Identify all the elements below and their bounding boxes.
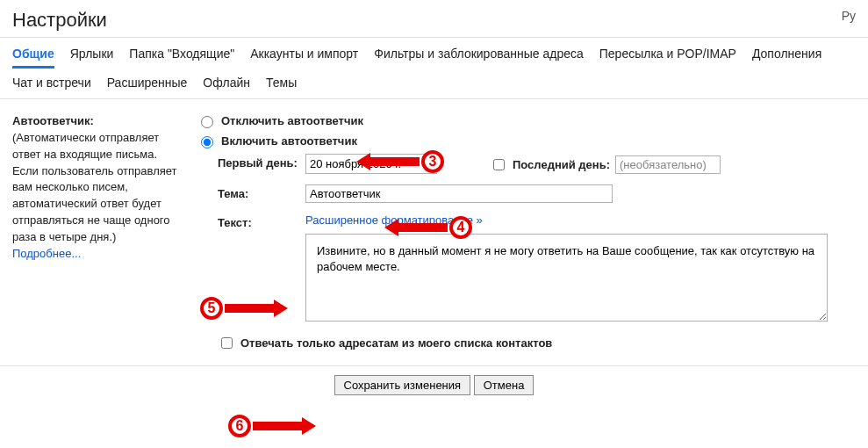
first-day-input[interactable] bbox=[305, 154, 437, 174]
contacts-only-label: Отвечать только адресатам из моего списк… bbox=[240, 336, 552, 350]
tabs-primary: Общие Ярлыки Папка "Входящие" Аккаунты и… bbox=[0, 37, 868, 69]
tab-labels[interactable]: Ярлыки bbox=[70, 47, 114, 69]
subject-label: Тема: bbox=[218, 184, 305, 200]
tab-filters[interactable]: Фильтры и заблокированные адреса bbox=[374, 47, 584, 69]
radio-vacation-on[interactable] bbox=[201, 136, 213, 148]
last-day-input bbox=[615, 155, 721, 174]
button-row: Сохранить изменения Отмена bbox=[0, 366, 868, 411]
section-form: Отключить автоответчик Включить автоотве… bbox=[197, 113, 856, 365]
tab-forwarding[interactable]: Пересылка и POP/IMAP bbox=[599, 47, 736, 69]
last-day-checkbox[interactable] bbox=[493, 159, 505, 170]
last-day-label: Последний день: bbox=[513, 158, 610, 171]
tab-chat[interactable]: Чат и встречи bbox=[12, 76, 91, 90]
header: Настройки Ру bbox=[0, 0, 868, 37]
tab-addons[interactable]: Дополнения bbox=[752, 47, 821, 69]
body-label: Текст: bbox=[218, 213, 305, 229]
first-day-label: Первый день: bbox=[218, 154, 305, 170]
sidebar-description: (Автоматически отправляет ответ на входя… bbox=[12, 131, 177, 243]
tab-inbox[interactable]: Папка "Входящие" bbox=[129, 47, 234, 69]
body-textarea[interactable] bbox=[305, 234, 828, 322]
radio-vacation-off-label: Отключить автоответчик bbox=[221, 114, 363, 127]
annotation-6: 6 bbox=[228, 415, 251, 437]
radio-vacation-on-label: Включить автоответчик bbox=[221, 134, 357, 148]
tab-themes[interactable]: Темы bbox=[266, 76, 297, 90]
section-sidebar: Автоответчик: (Автоматически отправляет … bbox=[12, 113, 179, 365]
contacts-only-checkbox[interactable] bbox=[221, 337, 233, 349]
sidebar-title: Автоответчик: bbox=[12, 114, 94, 127]
tab-general[interactable]: Общие bbox=[12, 47, 54, 69]
sidebar-more-link[interactable]: Подробнее... bbox=[12, 247, 81, 260]
rich-formatting-link[interactable]: Расширенное форматирование » bbox=[305, 213, 483, 227]
tab-offline[interactable]: Офлайн bbox=[203, 76, 250, 90]
page-title: Настройки bbox=[12, 9, 107, 32]
radio-vacation-off[interactable] bbox=[201, 116, 213, 128]
save-button[interactable]: Сохранить изменения bbox=[334, 375, 471, 395]
language-indicator[interactable]: Ру bbox=[842, 9, 856, 32]
cancel-button[interactable]: Отмена bbox=[474, 375, 534, 395]
tabs-secondary: Чат и встречи Расширенные Офлайн Темы bbox=[0, 69, 868, 99]
tab-advanced[interactable]: Расширенные bbox=[107, 76, 188, 90]
tab-accounts[interactable]: Аккаунты и импорт bbox=[250, 47, 358, 69]
subject-input[interactable] bbox=[305, 184, 613, 203]
